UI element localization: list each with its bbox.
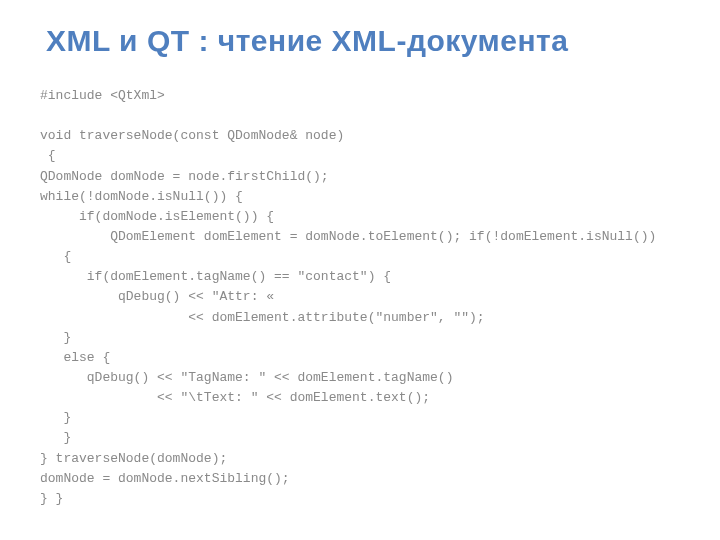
code-line: { bbox=[40, 249, 71, 264]
code-line: } bbox=[40, 330, 71, 345]
slide: XML и QT : чтение XML-документа #include… bbox=[0, 0, 720, 540]
code-line: if(domNode.isElement()) { bbox=[40, 209, 274, 224]
code-line: else { bbox=[40, 350, 110, 365]
code-line: QDomNode domNode = node.firstChild(); bbox=[40, 169, 329, 184]
code-line: { bbox=[40, 148, 56, 163]
code-line: } } bbox=[40, 491, 63, 506]
code-line: << "\tText: " << domElement.text(); bbox=[40, 390, 430, 405]
code-line: void traverseNode(const QDomNode& node) bbox=[40, 128, 344, 143]
code-line: QDomElement domElement = domNode.toEleme… bbox=[40, 229, 656, 244]
code-line: while(!domNode.isNull()) { bbox=[40, 189, 243, 204]
slide-title: XML и QT : чтение XML-документа bbox=[46, 24, 680, 58]
code-line: } bbox=[40, 430, 71, 445]
code-line: if(domElement.tagName() == "contact") { bbox=[40, 269, 391, 284]
code-line: } traverseNode(domNode); bbox=[40, 451, 227, 466]
code-line: qDebug() << "Attr: « bbox=[40, 289, 274, 304]
code-line: << domElement.attribute("number", ""); bbox=[40, 310, 485, 325]
code-line: qDebug() << "TagName: " << domElement.ta… bbox=[40, 370, 453, 385]
code-line: } bbox=[40, 410, 71, 425]
code-line: domNode = domNode.nextSibling(); bbox=[40, 471, 290, 486]
code-line: #include <QtXml> bbox=[40, 88, 165, 103]
code-block: #include <QtXml> void traverseNode(const… bbox=[40, 86, 680, 509]
